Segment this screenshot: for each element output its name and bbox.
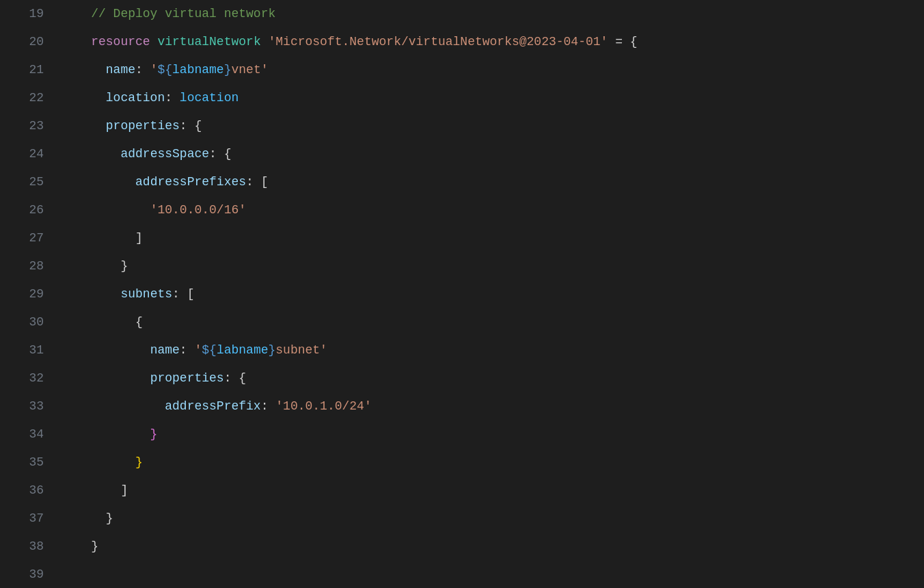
- line-number: 33: [11, 392, 44, 420]
- code-line: }: [62, 420, 924, 449]
- code-token: subnet': [275, 343, 327, 357]
- code-line: addressSpace: {: [62, 140, 924, 168]
- code-line: // Deploy virtual network: [62, 0, 924, 28]
- code-token: }: [62, 539, 98, 553]
- line-number: 36: [11, 477, 44, 505]
- code-token: [62, 175, 135, 189]
- line-number: 34: [11, 420, 44, 449]
- code-line: '10.0.0.0/16': [62, 196, 924, 224]
- code-line: subnets: [: [62, 280, 924, 308]
- code-token: subnets: [120, 287, 172, 301]
- line-number: 32: [11, 364, 44, 392]
- code-token: : {: [224, 371, 246, 385]
- code-token: '10.0.0.0/16': [150, 203, 246, 217]
- line-number: 25: [11, 168, 44, 196]
- code-token: }: [62, 511, 113, 525]
- code-token: labname: [217, 343, 269, 357]
- code-token: : [: [246, 175, 268, 189]
- code-token: [261, 35, 269, 49]
- code-token: addressSpace: [120, 147, 209, 161]
- code-line: addressPrefixes: [: [62, 168, 924, 196]
- code-line: name: '${labname}vnet': [62, 56, 924, 84]
- code-token: virtualNetwork: [157, 35, 260, 49]
- code-token: :: [180, 343, 195, 357]
- code-token: addressPrefixes: [135, 175, 246, 189]
- line-number: 24: [11, 140, 44, 168]
- code-line: [62, 561, 924, 588]
- code-token: }: [62, 427, 157, 441]
- code-token: : {: [180, 119, 202, 133]
- line-number-gutter: 1920212223242526272829303132333435363738…: [0, 0, 55, 588]
- code-token: name: [106, 63, 135, 77]
- code-token: location: [106, 91, 165, 105]
- line-number: 20: [11, 28, 44, 56]
- code-token: resource: [91, 35, 150, 49]
- code-content: // Deploy virtual network resource virtu…: [55, 0, 924, 588]
- code-line: }: [62, 505, 924, 533]
- line-number: 39: [11, 561, 44, 588]
- code-token: ': [194, 343, 202, 357]
- line-number: 26: [11, 196, 44, 224]
- code-token: = {: [608, 35, 637, 49]
- line-number: 27: [11, 224, 44, 252]
- code-token: [62, 287, 120, 301]
- code-token: '10.0.1.0/24': [275, 399, 371, 413]
- code-token: ]: [62, 231, 143, 245]
- code-token: }: [62, 259, 128, 273]
- code-token: ${: [202, 343, 217, 357]
- code-token: }: [224, 63, 232, 77]
- code-token: labname: [172, 63, 224, 77]
- line-number: 37: [11, 505, 44, 533]
- code-token: : {: [209, 147, 231, 161]
- code-line: ]: [62, 477, 924, 505]
- code-line: addressPrefix: '10.0.1.0/24': [62, 392, 924, 420]
- code-token: [62, 91, 106, 105]
- code-line: }: [62, 252, 924, 280]
- code-token: [62, 343, 150, 357]
- code-token: name: [150, 343, 180, 357]
- code-line: properties: {: [62, 364, 924, 392]
- code-token: [62, 399, 165, 413]
- code-token: [62, 119, 106, 133]
- code-token: :: [135, 63, 150, 77]
- code-token: [62, 63, 106, 77]
- code-token: }: [269, 343, 276, 357]
- code-token: [150, 35, 158, 49]
- code-line: properties: {: [62, 112, 924, 140]
- code-token: :: [165, 91, 180, 105]
- code-token: :: [261, 399, 276, 413]
- line-number: 28: [11, 252, 44, 280]
- code-token: ]: [62, 483, 128, 497]
- line-number: 35: [11, 449, 44, 477]
- code-line: resource virtualNetwork 'Microsoft.Netwo…: [62, 28, 924, 56]
- line-number: 30: [11, 308, 44, 336]
- code-token: [62, 203, 150, 217]
- code-token: location: [180, 91, 239, 105]
- code-line: {: [62, 308, 924, 336]
- code-token: ${: [157, 63, 172, 77]
- code-line: ]: [62, 224, 924, 252]
- code-token: // Deploy virtual network: [62, 7, 275, 21]
- line-number: 21: [11, 56, 44, 84]
- code-token: {: [62, 315, 143, 329]
- code-token: properties: [106, 119, 180, 133]
- code-token: vnet': [232, 63, 269, 77]
- code-line: name: '${labname}subnet': [62, 336, 924, 364]
- code-line: }: [62, 533, 924, 561]
- code-token: ': [150, 63, 158, 77]
- line-number: 38: [11, 533, 44, 561]
- code-line: location: location: [62, 84, 924, 112]
- code-line: }: [62, 449, 924, 477]
- code-token: properties: [150, 371, 224, 385]
- line-number: 31: [11, 336, 44, 364]
- code-token: 'Microsoft.Network/virtualNetworks@2023-…: [269, 35, 608, 49]
- code-token: [62, 147, 120, 161]
- code-token: [62, 371, 150, 385]
- line-number: 22: [11, 84, 44, 112]
- code-token: addressPrefix: [165, 399, 260, 413]
- line-number: 29: [11, 280, 44, 308]
- line-number: 19: [11, 0, 44, 28]
- code-token: }: [62, 455, 143, 469]
- code-token: : [: [172, 287, 194, 301]
- line-number: 23: [11, 112, 44, 140]
